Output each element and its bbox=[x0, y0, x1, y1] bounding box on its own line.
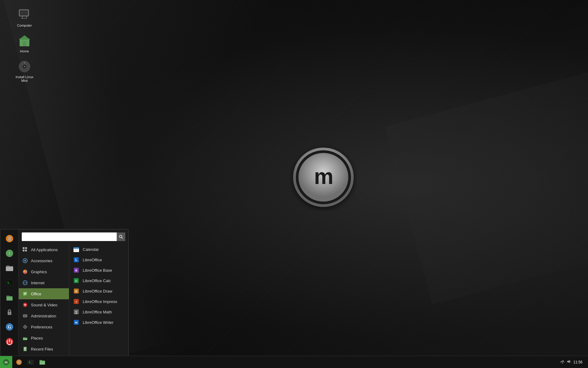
svg-rect-23 bbox=[6, 266, 9, 267]
network-icon[interactable] bbox=[560, 359, 565, 365]
menu-body: All Applications Accessories bbox=[19, 243, 128, 356]
app-lo-base[interactable]: B LibreOffice Base bbox=[69, 265, 128, 275]
taskbar-firefox[interactable] bbox=[13, 357, 24, 368]
lo-base-label: LibreOffice Base bbox=[83, 268, 112, 273]
category-recent[interactable]: Recent Files bbox=[19, 343, 69, 355]
category-admin[interactable]: ADM Administration bbox=[19, 310, 69, 321]
app-lo-calc[interactable]: C LibreOffice Calc bbox=[69, 275, 128, 286]
app-lo-draw[interactable]: D LibreOffice Draw bbox=[69, 286, 128, 296]
mint-logo: m bbox=[290, 144, 357, 211]
search-box bbox=[22, 232, 125, 241]
svg-rect-52 bbox=[24, 293, 27, 294]
all-apps-icon bbox=[22, 246, 28, 253]
category-preferences[interactable]: Preferences bbox=[19, 321, 69, 332]
svg-text:$_: $_ bbox=[7, 281, 11, 284]
calendar-label: Calendar bbox=[83, 247, 99, 252]
app-lo-writer[interactable]: W LibreOffice Writer bbox=[69, 317, 128, 328]
taskbar-terminal[interactable]: $_ bbox=[25, 357, 36, 368]
taskbar-systray: 11:56 bbox=[560, 359, 588, 365]
install-icon bbox=[17, 59, 32, 74]
svg-rect-75 bbox=[74, 249, 75, 250]
category-office-label: Office bbox=[31, 292, 41, 296]
sidebar-firefox[interactable] bbox=[3, 232, 16, 245]
svg-point-31 bbox=[9, 312, 10, 314]
lo-calc-icon: C bbox=[73, 277, 80, 284]
taskbar-files[interactable] bbox=[37, 357, 48, 368]
svg-point-42 bbox=[24, 260, 26, 262]
svg-rect-102 bbox=[40, 360, 42, 361]
svg-rect-38 bbox=[25, 247, 27, 249]
start-menu: ↑ $_ bbox=[0, 229, 129, 356]
svg-point-46 bbox=[24, 272, 26, 273]
sidebar-mintupdate[interactable]: ↑ bbox=[3, 247, 16, 260]
svg-text:D: D bbox=[75, 290, 77, 293]
svg-point-15 bbox=[24, 66, 25, 67]
app-lo-math[interactable]: ∑ LibreOffice Math bbox=[69, 307, 128, 317]
home-label: Home bbox=[20, 49, 29, 53]
category-accessories[interactable]: Accessories bbox=[19, 255, 69, 266]
taskbar-start-button[interactable]: m bbox=[0, 356, 12, 368]
apps-panel: Calendar L LibreOffice bbox=[69, 243, 128, 356]
svg-rect-22 bbox=[6, 267, 13, 271]
sidebar-terminal[interactable]: $_ bbox=[3, 276, 16, 289]
menu-sidebar: ↑ $_ bbox=[0, 229, 19, 356]
svg-rect-78 bbox=[74, 250, 75, 251]
svg-rect-77 bbox=[77, 249, 78, 250]
graphics-icon bbox=[22, 268, 28, 275]
taskbar: m $_ bbox=[0, 356, 588, 368]
category-sound-video-label: Sound & Video bbox=[31, 303, 58, 307]
sidebar-grub[interactable]: G bbox=[3, 320, 16, 334]
desktop-icon-install[interactable]: Install Linux Mint bbox=[12, 58, 37, 84]
svg-rect-106 bbox=[564, 362, 564, 362]
desktop-icon-computer[interactable]: Computer bbox=[12, 6, 37, 29]
taskbar-clock[interactable]: 11:56 bbox=[573, 360, 585, 364]
category-all[interactable]: All Applications bbox=[19, 244, 69, 255]
sidebar-power[interactable] bbox=[3, 335, 16, 348]
app-calendar[interactable]: Calendar bbox=[69, 244, 128, 255]
lo-draw-label: LibreOffice Draw bbox=[83, 289, 112, 293]
svg-marker-109 bbox=[567, 360, 570, 363]
svg-rect-12 bbox=[23, 41, 26, 46]
svg-text:G: G bbox=[8, 325, 11, 329]
svg-point-44 bbox=[24, 271, 25, 272]
svg-line-36 bbox=[122, 237, 123, 239]
svg-text:↑: ↑ bbox=[8, 251, 10, 256]
svg-rect-74 bbox=[74, 247, 79, 249]
svg-rect-105 bbox=[560, 362, 561, 362]
svg-rect-53 bbox=[24, 294, 26, 295]
search-input[interactable] bbox=[22, 233, 117, 241]
category-office[interactable]: Office bbox=[19, 288, 69, 299]
svg-point-45 bbox=[25, 271, 27, 272]
categories-panel: All Applications Accessories bbox=[19, 243, 69, 356]
svg-text:m: m bbox=[314, 164, 333, 189]
sidebar-files[interactable] bbox=[3, 261, 16, 275]
menu-content: All Applications Accessories bbox=[19, 229, 128, 356]
svg-marker-10 bbox=[19, 35, 30, 40]
office-icon bbox=[22, 290, 28, 297]
sidebar-home-folder[interactable] bbox=[3, 291, 16, 304]
preferences-icon bbox=[22, 324, 28, 330]
sound-video-icon bbox=[22, 301, 28, 308]
volume-icon[interactable] bbox=[567, 359, 571, 365]
svg-point-16 bbox=[24, 63, 25, 63]
admin-icon: ADM bbox=[22, 312, 28, 319]
search-button[interactable] bbox=[117, 232, 125, 241]
svg-text:C: C bbox=[75, 279, 77, 282]
category-internet[interactable]: Internet bbox=[19, 277, 69, 288]
svg-text:W: W bbox=[75, 321, 78, 324]
desktop-icon-home[interactable]: Home bbox=[12, 32, 37, 55]
sidebar-lock[interactable] bbox=[3, 305, 16, 319]
app-lo-impress[interactable]: I LibreOffice Impress bbox=[69, 296, 128, 307]
category-places[interactable]: Places bbox=[19, 332, 69, 343]
svg-rect-66 bbox=[23, 338, 27, 340]
svg-point-35 bbox=[119, 235, 122, 238]
svg-rect-5 bbox=[20, 10, 28, 16]
category-sound-video[interactable]: Sound & Video bbox=[19, 299, 69, 310]
category-preferences-label: Preferences bbox=[31, 325, 52, 329]
svg-rect-40 bbox=[25, 250, 27, 251]
app-libreoffice[interactable]: L LibreOffice bbox=[69, 255, 128, 265]
svg-rect-39 bbox=[23, 250, 24, 251]
category-graphics[interactable]: Graphics bbox=[19, 266, 69, 277]
search-area bbox=[19, 229, 128, 243]
lo-writer-icon: W bbox=[73, 319, 80, 326]
